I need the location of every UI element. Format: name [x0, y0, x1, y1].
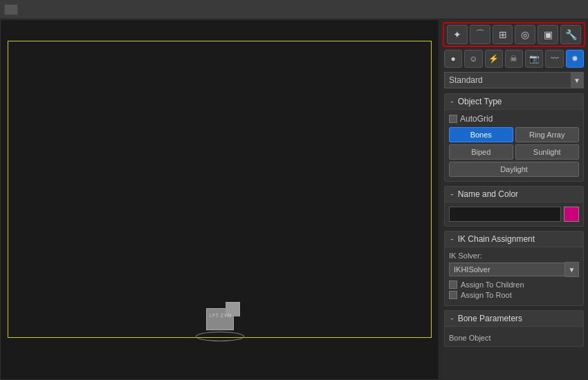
assign-root-row: Assign To Root	[449, 291, 579, 299]
bones-button[interactable]: Bones	[449, 127, 513, 142]
name-color-row	[449, 207, 579, 222]
object-type-header: - Object Type	[445, 94, 583, 110]
icon-row-1: ✦ ⌒ ⊞ ◎ ▣ 🔧	[443, 22, 585, 47]
autogrid-row: AutoGrid	[449, 114, 579, 124]
name-color-header: - Name and Color	[445, 187, 583, 202]
right-panel: ✦ ⌒ ⊞ ◎ ▣ 🔧 ● ☺ ⚡ ☠ 📷 〰 ✸ Standard Exper…	[439, 19, 588, 380]
wave-icon[interactable]: 〰	[545, 50, 563, 68]
name-color-collapse[interactable]: -	[450, 189, 454, 200]
ik-chain-panel: - IK Chain Assignment IK Solver: IKHISol…	[444, 231, 584, 306]
assign-children-label: Assign To Children	[461, 281, 524, 289]
dot-icon[interactable]: ●	[444, 50, 462, 68]
ik-solver-label: IK Solver:	[449, 251, 579, 260]
name-color-title: Name and Color	[458, 189, 518, 199]
dropdown-row: Standard Expert Custom ▼	[440, 69, 588, 91]
top-bar-icon	[4, 4, 18, 15]
ik-dropdown-arrow[interactable]: ▼	[565, 262, 579, 277]
skull-icon[interactable]: ☠	[505, 50, 523, 68]
camera2-icon[interactable]: 📷	[525, 50, 543, 68]
viewport-ellipse	[196, 332, 244, 341]
top-bar	[0, 0, 588, 19]
curve-icon[interactable]: ⌒	[470, 25, 490, 44]
object-type-panel: - Object Type AutoGrid Bones Ring Array …	[444, 93, 584, 182]
ik-dropdown-wrap: IKHISolver IKLimb SplineIK ▼	[449, 262, 579, 277]
bone-params-panel: - Bone Parameters Bone Object	[444, 310, 584, 347]
ik-solver-dropdown[interactable]: IKHISolver IKLimb SplineIK	[449, 263, 565, 276]
name-input[interactable]	[449, 207, 561, 222]
sun-icon[interactable]: ✦	[447, 25, 468, 44]
viewport	[0, 19, 439, 380]
collapse-minus[interactable]: -	[450, 96, 454, 107]
bone-params-content: Bone Object	[445, 327, 583, 346]
bone-params-title: Bone Parameters	[458, 314, 522, 323]
assign-root-checkbox[interactable]	[449, 291, 457, 299]
modifier-icon[interactable]: 🔧	[560, 25, 581, 44]
object-type-buttons: Bones Ring Array Biped Sunlight Daylight	[449, 127, 579, 177]
face-icon[interactable]: ☺	[464, 50, 482, 68]
biped-button[interactable]: Biped	[449, 144, 513, 160]
ring-array-button[interactable]: Ring Array	[515, 127, 580, 142]
bone-object-label: Bone Object	[449, 331, 579, 342]
name-color-content	[445, 202, 583, 226]
color-swatch[interactable]	[564, 207, 579, 222]
viewport-border	[8, 41, 432, 338]
helpers-icon[interactable]: ⊞	[493, 25, 513, 44]
star-icon[interactable]: ✸	[566, 50, 584, 68]
effects-icon[interactable]: ▣	[538, 25, 558, 44]
assign-children-row: Assign To Children	[449, 281, 579, 289]
bone-params-collapse[interactable]: -	[450, 313, 454, 324]
name-color-panel: - Name and Color	[444, 186, 584, 227]
icon-row-2: ● ☺ ⚡ ☠ 📷 〰 ✸	[440, 48, 588, 69]
assign-children-checkbox[interactable]	[449, 281, 457, 289]
ik-chain-content: IK Solver: IKHISolver IKLimb SplineIK ▼ …	[445, 247, 583, 305]
sunlight-button[interactable]: Sunlight	[515, 144, 580, 160]
ik-chain-header: - IK Chain Assignment	[445, 231, 583, 247]
magnet-icon[interactable]: ⚡	[485, 50, 503, 68]
standard-dropdown[interactable]: Standard Expert Custom	[445, 73, 571, 87]
object-type-content: AutoGrid Bones Ring Array Biped Sunlight…	[445, 110, 583, 181]
viewport-cube	[206, 308, 234, 330]
bone-params-header: - Bone Parameters	[445, 311, 583, 327]
ik-chain-title: IK Chain Assignment	[458, 234, 535, 244]
autogrid-label: AutoGrid	[460, 114, 493, 124]
object-type-title: Object Type	[458, 97, 502, 106]
autogrid-checkbox[interactable]	[449, 115, 457, 123]
main-area: ✦ ⌒ ⊞ ◎ ▣ 🔧 ● ☺ ⚡ ☠ 📷 〰 ✸ Standard Exper…	[0, 19, 588, 380]
ik-chain-collapse[interactable]: -	[450, 234, 454, 245]
assign-root-label: Assign To Root	[461, 291, 512, 299]
daylight-button[interactable]: Daylight	[449, 162, 579, 177]
viewport-object	[196, 308, 244, 341]
dropdown-arrow[interactable]: ▼	[571, 73, 583, 88]
systems-icon[interactable]: ◎	[515, 25, 535, 44]
